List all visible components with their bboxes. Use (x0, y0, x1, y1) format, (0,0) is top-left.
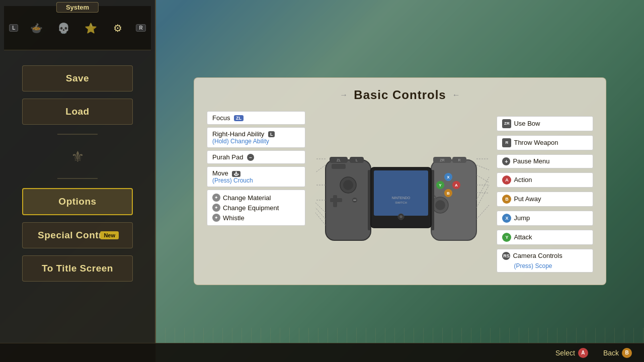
ctrl-put-away: B Put Away (497, 192, 593, 207)
ctrl-jump: X Jump (497, 211, 593, 226)
svg-line-41 (315, 203, 326, 213)
controls-panel: → Basic Controls ← Focus ZL Right-Hand A… (194, 77, 606, 285)
focus-badge: ZL (234, 115, 244, 121)
svg-point-7 (343, 180, 353, 190)
sidebar-bottom-pattern (0, 328, 156, 343)
a-badge: A (502, 175, 511, 185)
controller-svg: ZL L (310, 135, 492, 250)
svg-text:ZR: ZR (440, 158, 445, 162)
right-hand-sub: (Hold) Change Ability (212, 138, 300, 145)
monster-emblem: ⚜ (65, 144, 90, 169)
select-label: Select (555, 349, 575, 357)
title-arrow-right: ← (452, 90, 460, 100)
ctrl-change-material: ✦ Change Material (212, 193, 300, 203)
ctrl-camera: RS Camera Controls (Press) Scope (497, 249, 593, 273)
sidebar-menu: Save Load ⚜ Options Special Controls New… (0, 50, 155, 292)
ctrl-right-hand: Right-Hand Ability L (Hold) Change Abili… (207, 127, 305, 148)
camera-label: Camera Controls (513, 252, 562, 259)
action-label: Action (514, 176, 532, 184)
b-badge: B (502, 195, 511, 204)
controls-center: ZL L (310, 111, 492, 275)
nav-icon-pot[interactable]: 🍲 (27, 19, 45, 37)
right-hand-badge: L (268, 131, 275, 137)
move-sub: (Press) Crouch (212, 177, 300, 184)
ctrl-move: Move 🕹 (Press) Crouch (207, 166, 305, 187)
zr-badge: ZR (502, 119, 511, 128)
svg-line-48 (476, 193, 489, 193)
nav-l-badge: L (9, 24, 18, 32)
bottom-bar: Select A Back B (0, 343, 644, 362)
ctrl-focus: Focus ZL (207, 111, 305, 125)
back-btn: B (622, 348, 632, 358)
back-label: Back (603, 349, 619, 357)
svg-line-42 (315, 208, 326, 219)
special-controls-wrap: Special Controls New (22, 222, 133, 248)
ctrl-attack: Y Attack (497, 230, 593, 245)
throw-weapon-label: Throw Weapon (514, 139, 558, 146)
title-arrow-left: → (340, 90, 348, 100)
rs-badge: RS (502, 252, 510, 260)
controls-title: Basic Controls (354, 88, 446, 102)
ctrl-use-bow: ZR Use Bow (497, 116, 593, 131)
menu-divider-2 (57, 178, 98, 179)
ctrl-whistle: ✦ Whistle (212, 213, 300, 223)
controls-title-row: → Basic Controls ← (207, 88, 593, 102)
change-equipment-label: Change Equipment (223, 204, 279, 212)
use-bow-label: Use Bow (514, 120, 540, 127)
load-button[interactable]: Load (22, 99, 133, 125)
svg-line-46 (476, 175, 489, 183)
sidebar-nav-bar: L 🍲 💀 ⭐ ⚙ R (4, 6, 150, 50)
put-away-label: Put Away (514, 195, 541, 203)
svg-text:R: R (458, 158, 461, 162)
svg-rect-9 (330, 198, 342, 202)
nav-r-badge: R (136, 24, 145, 32)
svg-text:L: L (356, 158, 358, 162)
controls-left: Focus ZL Right-Hand Ability L (Hold) Cha… (207, 111, 305, 275)
change-equipment-icon: ✦ (212, 204, 220, 212)
pause-menu-label: Pause Menu (513, 157, 549, 165)
ctrl-group: ✦ Change Material ✦ Change Equipment ✦ W… (207, 190, 305, 226)
svg-point-27 (435, 200, 445, 210)
change-material-label: Change Material (223, 194, 271, 202)
nav-icon-skull[interactable]: 💀 (54, 19, 72, 37)
svg-text:NINTENDO: NINTENDO (392, 196, 411, 200)
attack-label: Attack (514, 233, 532, 241)
system-label: System (56, 2, 99, 13)
main-content: → Basic Controls ← Focus ZL Right-Hand A… (156, 0, 644, 362)
controls-body: Focus ZL Right-Hand Ability L (Hold) Cha… (207, 111, 593, 275)
ctrl-action: A Action (497, 172, 593, 188)
save-button[interactable]: Save (22, 65, 133, 92)
ctrl-pause-menu: + Pause Menu (497, 154, 593, 168)
svg-rect-12 (368, 170, 371, 230)
svg-text:SWITCH: SWITCH (395, 201, 408, 204)
sidebar: System L 🍲 💀 ⭐ ⚙ R Save Load ⚜ Options S… (0, 0, 156, 362)
r-badge: R (502, 138, 511, 147)
svg-rect-32 (374, 170, 428, 216)
ctrl-throw-weapon: R Throw Weapon (497, 135, 593, 150)
svg-line-51 (476, 205, 489, 219)
options-button[interactable]: Options (22, 188, 133, 215)
x-badge: X (502, 214, 511, 223)
svg-text:A: A (455, 183, 458, 188)
nav-icon-star[interactable]: ⭐ (82, 19, 100, 37)
y-badge: Y (502, 233, 511, 242)
svg-text:Y: Y (439, 183, 442, 188)
select-action: Select A (555, 348, 588, 358)
svg-rect-1 (332, 164, 346, 169)
sidebar-topbar: System L 🍲 💀 ⭐ ⚙ R (0, 0, 155, 50)
back-action: Back B (603, 348, 632, 358)
menu-divider (57, 134, 98, 135)
purah-badge: − (247, 154, 254, 161)
change-material-icon: ✦ (212, 194, 220, 202)
controls-right: ZR Use Bow R Throw Weapon + Pause Menu A… (497, 111, 593, 275)
svg-text:ZL: ZL (337, 158, 341, 162)
camera-sub: (Press) Scope (502, 262, 552, 269)
nav-icon-gear[interactable]: ⚙ (109, 19, 127, 37)
svg-line-38 (315, 165, 326, 172)
jump-label: Jump (514, 214, 530, 222)
controller-wrapper: ZL L (310, 135, 492, 250)
whistle-icon: ✦ (212, 214, 220, 222)
ctrl-purah-pad: Purah Pad − (207, 150, 305, 164)
title-screen-button[interactable]: To Title Screen (22, 255, 133, 282)
ctrl-change-equipment: ✦ Change Equipment (212, 203, 300, 213)
